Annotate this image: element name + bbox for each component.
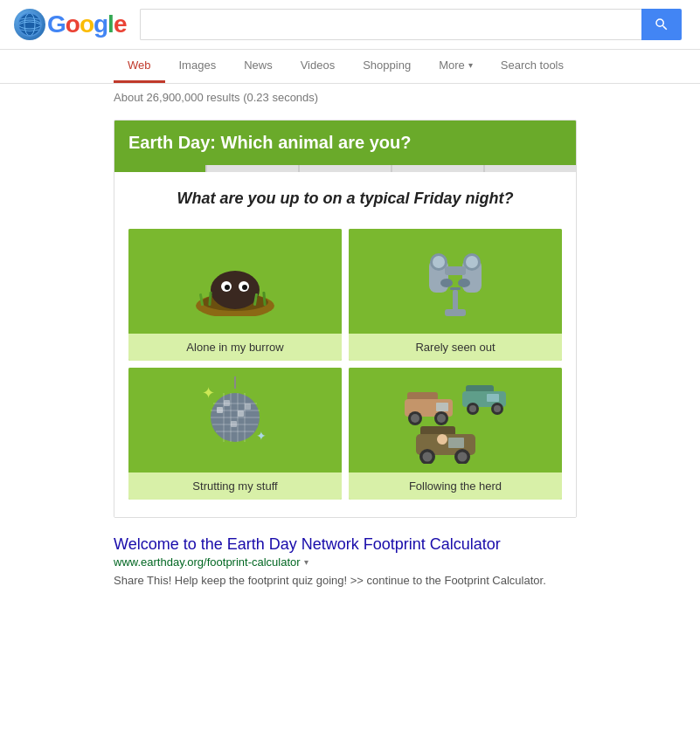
search-input[interactable]: earth day quiz	[140, 9, 641, 40]
google-logo: Google	[14, 9, 126, 40]
result-title-link[interactable]: Welcome to the Earth Day Network Footpri…	[114, 535, 586, 554]
search-bar: earth day quiz	[140, 9, 682, 40]
quiz-option-stuff-label: Strutting my stuff	[128, 472, 342, 500]
quiz-body: What are you up to on a typical Friday n…	[114, 172, 576, 517]
header: Google earth day quiz	[0, 0, 700, 50]
tab-more[interactable]: More ▾	[425, 50, 487, 83]
svg-rect-27	[234, 376, 236, 389]
tab-videos[interactable]: Videos	[287, 50, 350, 83]
svg-rect-26	[450, 287, 461, 290]
svg-rect-65	[448, 438, 464, 448]
result-url-dropdown[interactable]: ▾	[304, 557, 308, 567]
mole-illustration	[191, 246, 279, 316]
main-content: Earth Day: Which animal are you? What ar…	[0, 111, 700, 598]
logo-globe-icon	[14, 9, 45, 40]
progress-segment-2	[207, 165, 298, 172]
tab-web[interactable]: Web	[114, 50, 165, 83]
search-button[interactable]	[641, 9, 682, 40]
progress-segment-1	[114, 165, 205, 172]
svg-point-62	[423, 452, 433, 462]
disco-illustration: ✦ ✦	[191, 372, 279, 468]
search-icon	[654, 17, 669, 32]
quiz-option-out-inner: Rarely seen out	[349, 229, 562, 361]
cars-illustration	[403, 376, 508, 464]
tab-shopping[interactable]: Shopping	[349, 50, 425, 83]
quiz-title: Earth Day: Which animal are you?	[128, 133, 562, 153]
tab-search-tools[interactable]: Search tools	[487, 50, 578, 83]
second-search-result: Welcome to the Earth Day Network Footpri…	[114, 535, 586, 590]
logo-o1: o	[66, 10, 80, 38]
results-info: About 26,900,000 results (0.23 seconds)	[0, 84, 700, 111]
quiz-progress-bar	[114, 165, 576, 172]
svg-point-6	[211, 271, 260, 309]
svg-rect-38	[217, 407, 223, 413]
svg-rect-15	[453, 290, 458, 312]
svg-point-22	[466, 256, 478, 268]
quiz-options-grid: Alone in my burrow	[128, 229, 562, 500]
svg-rect-41	[245, 403, 251, 410]
quiz-card: Earth Day: Which animal are you? What ar…	[114, 120, 577, 518]
svg-point-64	[458, 452, 468, 462]
quiz-option-burrow[interactable]: Alone in my burrow	[128, 229, 342, 361]
logo-g2: g	[94, 10, 107, 38]
quiz-option-stuff[interactable]: ✦ ✦ Strutting my stuff	[128, 368, 342, 500]
svg-rect-23	[445, 266, 466, 275]
svg-rect-58	[487, 394, 499, 402]
quiz-option-herd[interactable]: Following the herd	[349, 368, 562, 500]
tab-news[interactable]: News	[230, 50, 287, 83]
quiz-option-herd-inner: Following the herd	[349, 368, 562, 500]
result-snippet: Share This! Help keep the footprint quiz…	[114, 572, 586, 590]
logo-g: G	[47, 10, 66, 38]
logo-o2: o	[80, 10, 94, 38]
svg-rect-39	[224, 400, 230, 406]
progress-segment-4	[392, 165, 483, 172]
svg-point-9	[225, 285, 230, 290]
svg-point-10	[242, 285, 247, 290]
svg-text:✦: ✦	[256, 429, 267, 443]
svg-rect-42	[231, 421, 237, 427]
quiz-option-burrow-img	[128, 229, 342, 334]
svg-point-24	[440, 279, 453, 287]
logo-l: l	[107, 10, 114, 38]
quiz-option-out-label: Rarely seen out	[349, 334, 562, 361]
globe-svg	[17, 12, 42, 37]
result-url-text: www.earthday.org/footprint-calculator	[114, 555, 301, 569]
svg-point-57	[494, 405, 501, 412]
svg-text:✦: ✦	[202, 384, 215, 402]
nav-tabs: Web Images News Videos Shopping More ▾ S…	[0, 50, 700, 84]
result-snippet-text: Share This! Help keep the footprint quiz…	[114, 574, 546, 587]
quiz-option-burrow-label: Alone in my burrow	[128, 334, 342, 361]
more-dropdown-arrow: ▾	[468, 60, 473, 70]
quiz-option-out[interactable]: Rarely seen out	[349, 229, 562, 361]
quiz-question: What are you up to on a typical Friday n…	[128, 190, 562, 208]
quiz-option-stuff-img: ✦ ✦	[128, 368, 342, 472]
svg-rect-40	[238, 410, 244, 417]
logo-e: e	[114, 10, 127, 38]
svg-rect-16	[445, 309, 466, 316]
svg-point-25	[458, 279, 470, 287]
svg-point-50	[437, 414, 446, 423]
svg-point-66	[437, 434, 447, 445]
binoculars-illustration	[420, 238, 490, 325]
svg-rect-51	[436, 403, 448, 411]
result-url: www.earthday.org/footprint-calculator ▾	[114, 555, 586, 569]
results-count: About 26,900,000 results (0.23 seconds)	[114, 91, 318, 104]
svg-point-19	[433, 256, 445, 268]
tab-images[interactable]: Images	[165, 50, 231, 83]
quiz-option-burrow-inner: Alone in my burrow	[128, 229, 342, 361]
quiz-option-out-img	[349, 229, 562, 334]
svg-point-48	[411, 414, 419, 423]
quiz-option-herd-img	[349, 368, 562, 472]
progress-segment-3	[300, 165, 391, 172]
quiz-header: Earth Day: Which animal are you?	[114, 121, 576, 165]
quiz-option-herd-label: Following the herd	[349, 472, 562, 500]
quiz-option-stuff-inner: ✦ ✦ Strutting my stuff	[128, 368, 342, 500]
progress-segment-5	[485, 165, 576, 172]
svg-point-55	[469, 405, 476, 412]
